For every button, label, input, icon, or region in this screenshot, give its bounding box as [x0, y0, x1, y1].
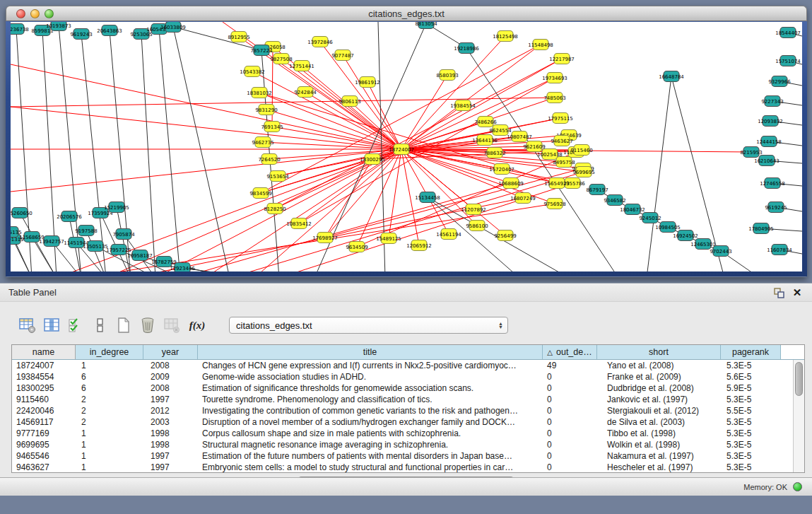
- cell-in-degree[interactable]: 6: [76, 383, 143, 393]
- column-header-pagerank[interactable]: pagerank: [721, 345, 781, 359]
- graph-node[interactable]: 16236738: [11, 24, 29, 35]
- graph-node[interactable]: 8495758: [553, 157, 575, 168]
- graph-node[interactable]: 8215953: [740, 147, 762, 158]
- cell-name[interactable]: 9699695: [12, 440, 76, 450]
- graph-node[interactable]: 7264520: [258, 154, 280, 165]
- table-selector-dropdown[interactable]: citations_edges.txt ▲▼: [229, 317, 508, 334]
- cell-short[interactable]: Wolkin et al. (1998): [597, 440, 721, 450]
- cell-in-degree[interactable]: 1: [76, 361, 143, 370]
- table-row[interactable]: 2242004622012Investigating the contribut…: [12, 405, 804, 416]
- graph-node[interactable]: 9699695: [572, 167, 594, 177]
- graph-node[interactable]: 8580393: [436, 70, 458, 81]
- cell-pagerank[interactable]: 5.3E-5: [721, 451, 781, 461]
- graph-node[interactable]: 8128250: [264, 204, 286, 214]
- cell-in-degree[interactable]: 6: [76, 372, 143, 382]
- graph-node[interactable]: 9245012: [639, 213, 661, 223]
- column-header-in-degree[interactable]: in_degree: [76, 345, 143, 359]
- graph-node[interactable]: 17804905: [748, 223, 774, 234]
- table-row[interactable]: 946362711997Embryonic stem cells: a mode…: [12, 462, 804, 473]
- graph-node[interactable]: 9702443: [710, 246, 731, 257]
- cell-short[interactable]: Yano et al. (2008): [597, 361, 721, 370]
- cell-in-degree[interactable]: 1: [76, 462, 143, 472]
- graph-node[interactable]: 13972846: [307, 37, 333, 47]
- column-header-out-de-[interactable]: △out_de…: [543, 345, 597, 359]
- cell-in-degree[interactable]: 1: [76, 428, 143, 438]
- cell-in-degree[interactable]: 1: [76, 440, 143, 450]
- cell-title[interactable]: Corpus callosum shape and size in male p…: [198, 428, 543, 438]
- graph-node[interactable]: 20643863: [97, 25, 122, 36]
- column-display-icon[interactable]: [42, 316, 61, 335]
- graph-edge[interactable]: [141, 34, 155, 271]
- cell-pagerank[interactable]: 5.3E-5: [721, 428, 781, 438]
- graph-node[interactable]: 9115460: [570, 145, 592, 156]
- graph-node[interactable]: 9463627: [551, 136, 572, 146]
- graph-node[interactable]: 16648784: [659, 71, 684, 82]
- hide-columns-icon[interactable]: [90, 316, 109, 335]
- graph-edge[interactable]: [401, 105, 463, 149]
- cell-title[interactable]: Estimation of significance thresholds fo…: [198, 383, 543, 393]
- table-row[interactable]: 1938455462009Genome-wide association stu…: [12, 371, 804, 382]
- cell-title[interactable]: Investigating the contribution of common…: [198, 406, 543, 416]
- cell-title[interactable]: Genome-wide association studies in ADHD.: [198, 372, 543, 382]
- cell-title[interactable]: Embryonic stem cells: a model to study s…: [198, 462, 543, 472]
- graph-node[interactable]: 9077487: [331, 50, 353, 61]
- cell-year[interactable]: 1997: [143, 451, 198, 461]
- cell-short[interactable]: Dudbridge et al. (2008): [597, 383, 721, 393]
- cell-year[interactable]: 1998: [143, 440, 198, 450]
- graph-node[interactable]: 12065912: [406, 240, 432, 251]
- cell-pagerank[interactable]: 5.6E-5: [721, 372, 781, 382]
- delete-table-icon[interactable]: [138, 316, 157, 335]
- cell-short[interactable]: Franke et al. (2009): [597, 372, 721, 382]
- cell-name[interactable]: 18724007: [12, 361, 76, 370]
- cell-pagerank[interactable]: 5.3E-5: [721, 361, 781, 370]
- cell-short[interactable]: Hescheler et al. (1997): [597, 462, 721, 472]
- graph-node[interactable]: 11548498: [528, 40, 553, 50]
- column-header-title[interactable]: title: [198, 345, 543, 359]
- column-header-short[interactable]: short: [597, 345, 721, 359]
- graph-edge[interactable]: [11, 64, 401, 149]
- graph-node[interactable]: 9619243: [70, 29, 92, 40]
- cell-year[interactable]: 2008: [143, 361, 198, 370]
- graph-node[interactable]: 10984505: [655, 222, 681, 233]
- graph-node[interactable]: 8679197: [586, 185, 608, 195]
- cell-in-degree[interactable]: 2: [76, 395, 143, 404]
- cell-out-de-[interactable]: 49: [543, 361, 597, 370]
- graph-node[interactable]: 20206576: [57, 211, 82, 222]
- graph-node[interactable]: 9756928: [543, 199, 565, 209]
- cell-year[interactable]: 2009: [143, 372, 198, 382]
- cell-year[interactable]: 2008: [143, 383, 198, 393]
- float-panel-icon[interactable]: [772, 286, 785, 299]
- window-titlebar[interactable]: citations_edges.txt: [6, 6, 807, 21]
- table-row[interactable]: 1830029562008Estimation of significance …: [12, 382, 804, 394]
- graph-node[interactable]: 9329966: [768, 76, 791, 87]
- graph-node[interactable]: 10688609: [498, 178, 524, 189]
- graph-node[interactable]: 11607834: [767, 245, 792, 255]
- column-header-name[interactable]: name: [12, 345, 76, 359]
- cell-name[interactable]: 9115460: [12, 395, 76, 404]
- cell-name[interactable]: 9465546: [12, 451, 76, 461]
- cell-year[interactable]: 1998: [143, 428, 198, 438]
- graph-node[interactable]: 16924502: [673, 230, 698, 241]
- graph-node[interactable]: 7691345: [261, 122, 283, 132]
- graph-edge[interactable]: [302, 66, 401, 149]
- graph-node[interactable]: 7485063: [543, 93, 565, 103]
- graph-node[interactable]: 19734693: [542, 73, 567, 83]
- cell-out-de-[interactable]: 0: [543, 462, 597, 472]
- graph-node[interactable]: 25260650: [11, 208, 33, 218]
- graph-edge[interactable]: [59, 25, 81, 271]
- cell-title[interactable]: Tourette syndrome. Phenomenology and cla…: [198, 395, 543, 404]
- cell-out-de-[interactable]: 0: [543, 383, 597, 393]
- graph-edge[interactable]: [42, 30, 57, 271]
- delete-column-icon[interactable]: [162, 316, 181, 335]
- graph-node[interactable]: 12093832: [758, 116, 783, 127]
- cell-pagerank[interactable]: 5.3E-5: [721, 395, 781, 404]
- memory-status-indicator[interactable]: [793, 482, 802, 491]
- table-mode-icon[interactable]: [18, 316, 37, 335]
- graph-edge[interactable]: [273, 47, 401, 149]
- cell-short[interactable]: Tibbo et al. (1998): [597, 428, 721, 438]
- graph-node[interactable]: 14561194: [436, 229, 461, 240]
- scrollbar-thumb[interactable]: [795, 362, 803, 396]
- graph-node[interactable]: 19218986: [454, 43, 479, 54]
- graph-edge[interactable]: [159, 29, 180, 271]
- graph-node[interactable]: 10835412: [286, 218, 312, 229]
